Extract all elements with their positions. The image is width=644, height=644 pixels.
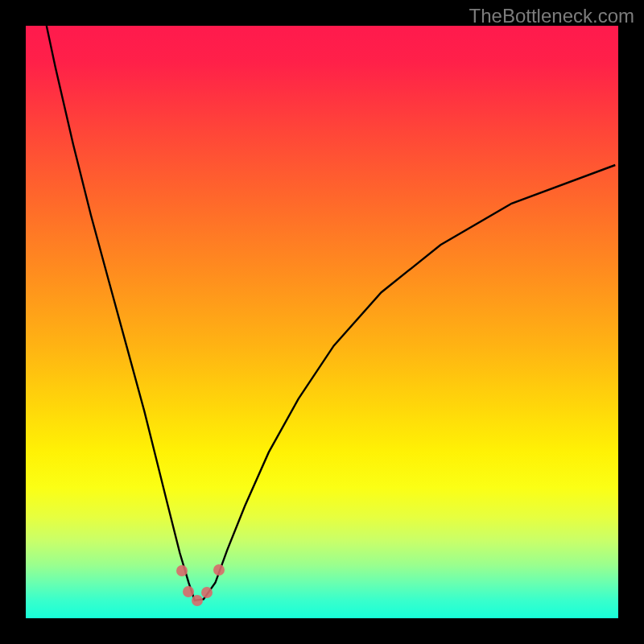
bottleneck-gradient — [26, 26, 618, 618]
plot-area — [26, 26, 618, 618]
chart-frame: TheBottleneck.com — [0, 0, 644, 644]
source-credit: TheBottleneck.com — [469, 5, 634, 27]
